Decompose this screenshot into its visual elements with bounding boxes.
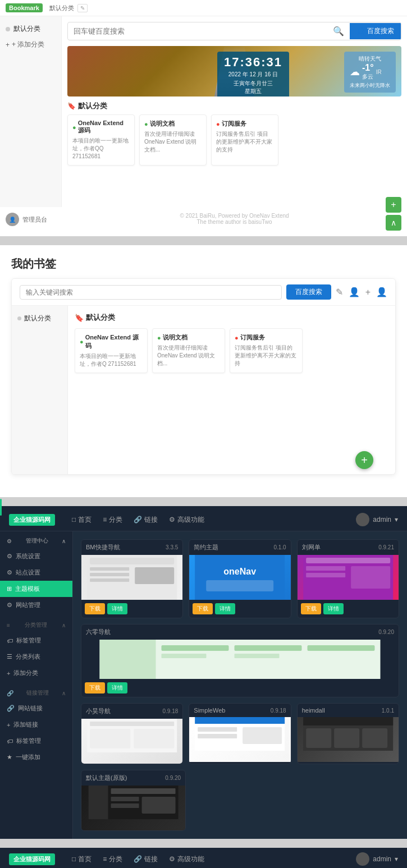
svg-rect-16 bbox=[162, 645, 229, 651]
theme-version-bm: 3.3.5 bbox=[166, 544, 178, 550]
mybookmark-section-title: 🔖 默认分类 bbox=[75, 313, 388, 323]
svg-rect-17 bbox=[162, 654, 207, 658]
btn-detail-liu[interactable]: 详情 bbox=[323, 603, 344, 614]
admin-nav-adv-4[interactable]: ⚙ 高级功能 bbox=[169, 855, 204, 864]
admin-nav-category-3[interactable]: ≡ 分类 bbox=[103, 515, 122, 525]
card-title-1: ● OneNav Extend 源码 bbox=[72, 120, 130, 135]
bookmark-search-input[interactable] bbox=[68, 24, 327, 39]
edit-icon[interactable]: ✎ bbox=[336, 287, 343, 297]
bookmark-hero: 17:36:31 2022 年 12 月 16 日 壬寅年冬月廿三 星期五 晴转… bbox=[67, 46, 401, 97]
weather-future: 未来两小时无降水 bbox=[350, 82, 390, 89]
bookmark-card-3[interactable]: ● 订阅服务 订阅服务售后引 项目的更新维护离不开大家的支持 bbox=[211, 114, 278, 166]
btn-detail-six[interactable]: 详情 bbox=[107, 682, 127, 694]
theme-row-2: 六零导航 0.9.20 bbox=[81, 624, 399, 697]
btn-detail-simple[interactable]: 详情 bbox=[215, 603, 235, 614]
fab-plus-btn[interactable]: + bbox=[386, 197, 401, 213]
svg-rect-18 bbox=[235, 645, 302, 651]
theme-card-liu-header: 刘网单 0.9.21 bbox=[298, 540, 399, 555]
sidebar-item-website[interactable]: ⚙ 网站管理 bbox=[0, 597, 72, 613]
user-icon[interactable]: 👤 bbox=[376, 287, 387, 297]
sidebar-group-link: 🔗 链接管理 ∧ 🔗 网站链接 + 添加链接 🏷 标签管理 ★ bbox=[0, 683, 72, 768]
svg-rect-23 bbox=[90, 722, 174, 726]
tag-links-icon: 🏷 bbox=[7, 738, 13, 745]
mybookmark-sidebar-item-default[interactable]: 默认分类 bbox=[12, 310, 67, 327]
sidebar-item-system[interactable]: ⚙ 系统设置 bbox=[0, 548, 72, 564]
theme-name-simple: 简约主题 bbox=[194, 543, 218, 552]
sidebar-item-oneclick[interactable]: ★ 一键添加 bbox=[0, 749, 72, 765]
sidebar-group-title-link[interactable]: 🔗 链接管理 ∧ bbox=[0, 686, 72, 700]
avatar: 👤 bbox=[6, 213, 19, 226]
sidebar-item-default[interactable]: 默认分类 bbox=[0, 21, 61, 37]
card-desc-3: 订阅服务售后引 项目的更新维护离不开大家的支持 bbox=[216, 130, 273, 154]
sidebar-group-title-mgmt[interactable]: ⚙ 管理中心 ∧ bbox=[0, 534, 72, 548]
bookmark-card-1[interactable]: ● OneNav Extend 源码 本项目的唯一一更新地址，作者QQ 2711… bbox=[67, 114, 135, 166]
card-title-2: ● 说明文档 bbox=[144, 120, 202, 128]
mybookmark-card-2[interactable]: ● 说明文档 首次使用请仔细阅读 OneNav Extend 说明文档... bbox=[152, 328, 225, 373]
btn-download-bm[interactable]: 下载 bbox=[85, 603, 105, 614]
theme-preview-six-img bbox=[81, 640, 399, 679]
admin-user-4[interactable]: admin ▾ bbox=[356, 852, 398, 866]
sidebar-item-site[interactable]: ⚙ 站点设置 bbox=[0, 564, 72, 581]
admin-content-theme: BM快捷导航 3.3.5 下载 bbox=[73, 531, 407, 839]
theme-card-bm-header: BM快捷导航 3.3.5 bbox=[81, 540, 182, 555]
mybookmark-search-btn[interactable]: 百度搜索 bbox=[286, 284, 331, 300]
btn-download-liu[interactable]: 下载 bbox=[301, 603, 321, 614]
btn-detail-bm[interactable]: 详情 bbox=[107, 603, 127, 614]
fab-collapse-btn[interactable]: ∧ bbox=[386, 215, 401, 231]
svg-rect-27 bbox=[195, 717, 285, 724]
theme-card-default-dark: 默认主题(原版) 0.9.20 bbox=[81, 770, 186, 831]
card-desc-2: 首次使用请仔细阅读 OneNav Extend 说明文档... bbox=[144, 130, 202, 154]
card-icon-g-2: ● bbox=[157, 334, 161, 341]
admin-nav-link-4[interactable]: 🔗 链接 bbox=[134, 855, 158, 864]
theme-name-default-dark: 默认主题(原版) bbox=[86, 774, 127, 782]
bookmark-card-2[interactable]: ● 说明文档 首次使用请仔细阅读 OneNav Extend 说明文档... bbox=[139, 114, 207, 166]
admin-topbar-3: 企业猫源码网 □ 首页 ≡ 分类 🔗 链接 ⚙ 高级功能 admin ▾ bbox=[0, 508, 407, 531]
add-icon[interactable]: + bbox=[365, 287, 371, 297]
admin-theme-panel: 企业猫源码网 □ 首页 ≡ 分类 🔗 链接 ⚙ 高级功能 admin ▾ ⚙ bbox=[0, 508, 407, 839]
bookmark-header: Bookmark 默认分类 ✎ bbox=[0, 0, 407, 16]
search-icon[interactable]: 🔍 bbox=[327, 22, 350, 40]
mybookmark-card-title-2: ● 说明文档 bbox=[157, 333, 220, 342]
clock-weekday: 星期五 bbox=[224, 88, 282, 95]
sidebar-item-tag-links[interactable]: 🏷 标签管理 bbox=[0, 733, 72, 749]
sidebar-item-tag-mgmt[interactable]: 🏷 标签管理 bbox=[0, 632, 72, 649]
scroll-indicator bbox=[0, 499, 2, 516]
btn-download-six[interactable]: 下载 bbox=[85, 682, 105, 694]
mybookmark-card-3[interactable]: ● 订阅服务 订阅服务售后引 项目的更新维护离不开大家的支持 bbox=[230, 328, 303, 373]
sidebar-item-add-link[interactable]: + 添加链接 bbox=[0, 717, 72, 733]
btn-download-simple[interactable]: 下载 bbox=[193, 603, 213, 614]
theme-card-heim: heimdall 1.0.1 bbox=[297, 703, 399, 764]
sidebar-item-add-cat[interactable]: + 添加分类 bbox=[0, 665, 72, 681]
mybookmark-card-1[interactable]: ● OneNav Extend 源码 本项目的唯一一更新地址，作者Q 27115… bbox=[75, 328, 148, 373]
search-avatar-icon: 👤 bbox=[356, 27, 365, 35]
sidebar-item-website-links[interactable]: 🔗 网站链接 bbox=[0, 700, 72, 717]
admin-nav-link-3[interactable]: 🔗 链接 bbox=[134, 515, 158, 525]
theme-preview-bm bbox=[81, 555, 182, 600]
admin-nav-cat-4[interactable]: ≡ 分类 bbox=[103, 855, 122, 864]
cat-icon-4: ≡ bbox=[103, 855, 107, 863]
sidebar-group-title-cat[interactable]: ≡ 分类管理 ∧ bbox=[0, 618, 72, 632]
share-icon[interactable]: 👤 bbox=[349, 287, 360, 297]
header-edit-icon[interactable]: ✎ bbox=[77, 4, 88, 12]
bookmark-search-btn[interactable]: 👤 百度搜索 bbox=[350, 23, 401, 39]
svg-rect-6 bbox=[195, 555, 285, 600]
admin-nav-advanced-3[interactable]: ⚙ 高级功能 bbox=[169, 515, 204, 525]
sidebar-item-theme[interactable]: ⊞ 主题模板 bbox=[0, 581, 72, 597]
theme-version-liu: 0.9.21 bbox=[378, 544, 394, 550]
bookmark-cards: ● OneNav Extend 源码 本项目的唯一一更新地址，作者QQ 2711… bbox=[67, 114, 401, 166]
sidebar-item-cat-list[interactable]: ☰ 分类列表 bbox=[0, 649, 72, 665]
theme-name-liu: 刘网单 bbox=[302, 543, 321, 552]
section-divider-2 bbox=[0, 497, 407, 506]
theme-card-default-dark-header: 默认主题(原版) 0.9.20 bbox=[81, 770, 185, 786]
sidebar-group-management: ⚙ 管理中心 ∧ ⚙ 系统设置 ⚙ 站点设置 ⊞ 主题模板 ⚙ bbox=[0, 531, 72, 616]
mybookmark-fab-btn[interactable]: + bbox=[355, 451, 373, 469]
admin-nav-home-3[interactable]: □ 首页 bbox=[72, 515, 92, 525]
plus-icon: + bbox=[6, 41, 10, 49]
gear-icon: ⚙ bbox=[7, 538, 12, 544]
sidebar-add-category[interactable]: + + 添加分类 bbox=[0, 37, 61, 52]
mybookmark-search-input[interactable] bbox=[20, 285, 282, 300]
admin-user-3[interactable]: admin ▾ bbox=[356, 513, 398, 526]
theme-card-simpleweb: SimpleWeb 0.9.18 bbox=[189, 703, 291, 764]
theme-preview-xiao bbox=[81, 719, 182, 764]
admin-nav-home-4[interactable]: □ 首页 bbox=[72, 855, 92, 864]
